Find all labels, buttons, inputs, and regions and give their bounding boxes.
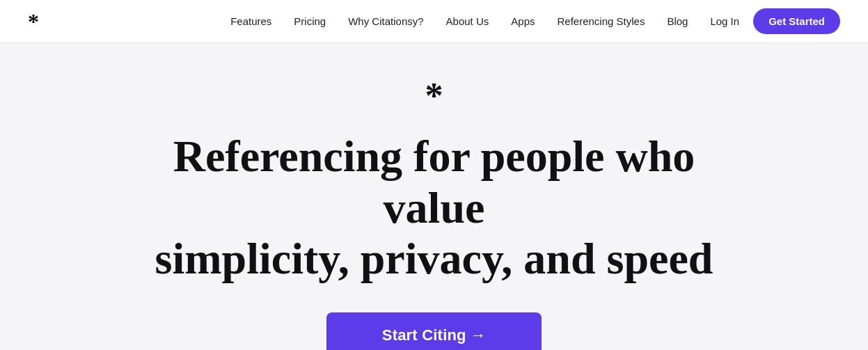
hero-section: * Referencing for people who value simpl…	[0, 43, 868, 350]
get-started-button[interactable]: Get Started	[753, 8, 840, 34]
nav-item-why-citationsy[interactable]: Why Citationsy?	[348, 15, 423, 27]
hero-asterisk-icon: *	[425, 78, 443, 114]
login-link[interactable]: Log In	[710, 15, 739, 27]
nav-item-features[interactable]: Features	[230, 15, 271, 27]
hero-heading: Referencing for people who value simplic…	[121, 131, 748, 285]
nav-item-about-us[interactable]: About Us	[446, 15, 489, 27]
hero-heading-line1: Referencing for people who value	[173, 132, 695, 232]
main-nav: Features Pricing Why Citationsy? About U…	[230, 15, 688, 27]
nav-item-referencing-styles[interactable]: Referencing Styles	[557, 15, 645, 27]
nav-item-pricing[interactable]: Pricing	[294, 15, 326, 27]
header-actions: Log In Get Started	[710, 8, 840, 34]
nav-item-blog[interactable]: Blog	[667, 15, 688, 27]
hero-heading-line2: simplicity, privacy, and speed	[155, 234, 713, 283]
logo[interactable]: *	[28, 10, 39, 33]
start-citing-button[interactable]: Start Citing →	[326, 312, 542, 350]
site-header: * Features Pricing Why Citationsy? About…	[0, 0, 868, 43]
nav-item-apps[interactable]: Apps	[511, 15, 535, 27]
